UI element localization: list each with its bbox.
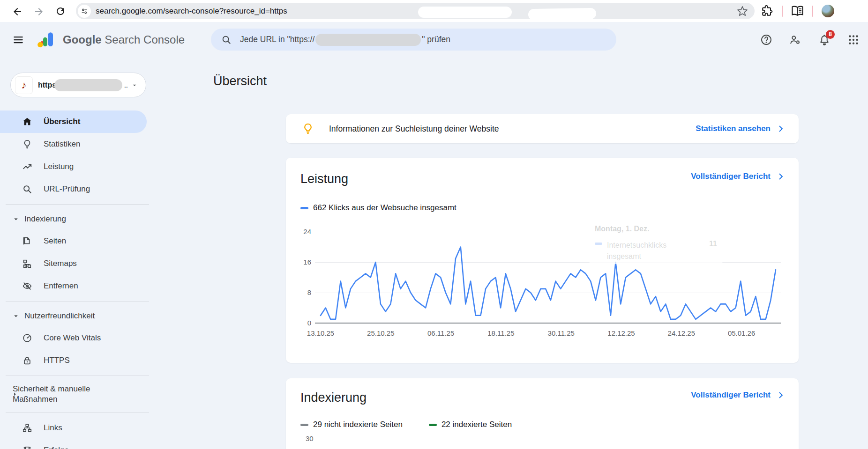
indexing-full-report-link[interactable]: Vollständiger Bericht: [691, 390, 786, 400]
sidebar-item-links[interactable]: Links: [0, 417, 155, 439]
indexing-legend: 29 nicht indexierte Seiten 22 indexierte…: [286, 405, 799, 429]
reload-icon[interactable]: [55, 6, 66, 17]
sidebar-section-nutzerfreundlichkeit[interactable]: Nutzerfreundlichkeit: [0, 305, 155, 327]
sidebar-item-label: Core Web Vitals: [44, 333, 101, 343]
reading-list-icon[interactable]: [791, 5, 804, 17]
chevron-right-icon: [776, 390, 786, 400]
sidebar-item-uebersicht[interactable]: Übersicht: [0, 110, 147, 133]
property-redaction-blob: [54, 79, 122, 91]
legend-dash-green: [429, 424, 437, 426]
sidebar-divider: [6, 375, 149, 376]
app-title: Google Search Console: [63, 33, 185, 46]
url-redaction-blob: [418, 7, 512, 18]
lock-icon: [22, 355, 32, 366]
browser-profile-avatar[interactable]: [822, 5, 834, 17]
link-label: Vollständiger Bericht: [691, 390, 771, 400]
clicks-chart[interactable]: 241680 13.10.2525.10.2506.11.2518.11.253…: [286, 158, 799, 363]
sidebar-item-core-web-vitals[interactable]: Core Web Vitals: [0, 327, 155, 349]
y-tick-label: 16: [291, 258, 311, 266]
performance-card: Leistung Vollständiger Bericht 662 Klick…: [286, 158, 799, 363]
site-info-icon[interactable]: [78, 5, 91, 18]
see-statistics-link[interactable]: Statistiken ansehen: [696, 124, 786, 133]
sidebar-item-entfernen[interactable]: Entfernen: [0, 275, 155, 297]
x-tick-label: 12.12.25: [600, 329, 643, 337]
lightbulb-icon: [22, 139, 32, 149]
clicks-polyline: [321, 247, 776, 319]
app-header: Google Search Console Jede URL in "https…: [0, 22, 868, 57]
link-label: Statistiken ansehen: [696, 124, 771, 133]
forward-icon[interactable]: [33, 6, 45, 17]
chevron-down-icon: [12, 312, 20, 320]
menu-icon[interactable]: [12, 34, 24, 46]
y-tick-label: 0: [291, 319, 311, 327]
sidebar-item-label: HTTPS: [44, 356, 70, 365]
sidebar: ♪ https:// .. Übersicht Statistiken Leis…: [0, 57, 155, 449]
sidebar-item-sicherheit[interactable]: Sicherheit & manuelle Maßnahmen: [0, 380, 155, 409]
search-icon: [22, 184, 32, 194]
sidebar-section-label: Nutzerfreundlichkeit: [24, 311, 95, 321]
manage-users-icon[interactable]: [789, 34, 801, 46]
sidebar-item-label: Übersicht: [44, 117, 80, 126]
page-title: Übersicht: [213, 74, 267, 88]
apps-grid-icon[interactable]: [847, 34, 860, 46]
insights-banner: Informationen zur Suchleistung deiner We…: [286, 114, 799, 143]
pages-icon: [22, 236, 32, 246]
x-tick-label: 18.11.25: [479, 329, 523, 337]
search-console-logo: [37, 30, 56, 50]
sidebar-item-sitemaps[interactable]: Sitemaps: [0, 252, 155, 275]
address-bar[interactable]: search.google.com/search-console?resourc…: [76, 3, 755, 19]
url-inspect-search[interactable]: Jede URL in "https://" prüfen: [211, 29, 616, 51]
x-tick-label: 13.10.25: [299, 329, 342, 337]
links-tree-icon: [22, 423, 32, 433]
home-icon: [22, 117, 32, 127]
eye-off-icon: [22, 281, 32, 291]
lightbulb-tip-icon: [302, 123, 314, 135]
title-divider: [211, 100, 868, 100]
help-icon[interactable]: [760, 34, 772, 46]
legend-not-indexed: 29 nicht indexierte Seiten: [313, 420, 403, 429]
notifications-bell[interactable]: 8: [818, 34, 831, 46]
y-tick-label: 24: [291, 228, 311, 236]
extensions-icon[interactable]: [761, 5, 773, 17]
search-redaction-blob: [315, 34, 421, 46]
sidebar-item-url-pruefung[interactable]: URL-Prüfung: [0, 178, 155, 200]
header-actions: 8: [760, 22, 860, 57]
sidebar-item-leistung[interactable]: Leistung: [0, 155, 155, 178]
banner-text: Informationen zur Suchleistung deiner We…: [329, 124, 499, 134]
sidebar-item-seiten[interactable]: Seiten: [0, 230, 155, 252]
x-tick-label: 06.11.25: [419, 329, 463, 337]
property-selector[interactable]: ♪ https:// ..: [10, 73, 146, 97]
sidebar-item-label: Sicherheit & manuelle Maßnahmen: [13, 384, 106, 405]
search-icon: [221, 35, 232, 45]
bookmark-star-icon[interactable]: [737, 6, 748, 17]
trending-up-icon: [22, 162, 32, 172]
chevron-right-icon: [776, 124, 786, 133]
x-tick-label: 05.01.26: [720, 329, 763, 337]
x-tick-label: 25.10.25: [359, 329, 402, 337]
chevron-right-icon: [12, 391, 18, 397]
notification-badge: 8: [826, 30, 835, 39]
browser-actions: [761, 5, 834, 17]
sidebar-item-erfolge[interactable]: Erfolge: [0, 439, 155, 449]
sidebar-divider: [6, 412, 149, 413]
indexing-card: Indexierung Vollständiger Bericht 29 nic…: [286, 378, 799, 449]
sitemap-icon: [22, 258, 32, 269]
url-text: search.google.com/search-console?resourc…: [96, 7, 287, 16]
indexing-title: Indexierung: [300, 390, 367, 405]
search-placeholder: Jede URL in "https://" prüfen: [240, 34, 450, 46]
sidebar-item-label: Seiten: [44, 236, 66, 246]
legend-indexed: 22 indexierte Seiten: [441, 420, 512, 429]
chevron-down-icon: [131, 81, 138, 89]
sidebar-item-label: Entfernen: [44, 281, 78, 291]
chevron-down-icon: [12, 215, 20, 223]
toolbar-separator: [812, 6, 813, 17]
back-icon[interactable]: [12, 6, 23, 17]
property-url-ellipsis: ..: [124, 81, 128, 89]
property-favicon-music-note: ♪: [15, 77, 32, 94]
sidebar-item-statistiken[interactable]: Statistiken: [0, 133, 155, 155]
sidebar-section-indexierung[interactable]: Indexierung: [0, 208, 155, 230]
x-tick-label: 30.11.25: [539, 329, 583, 337]
sidebar-item-label: Statistiken: [44, 140, 80, 149]
y-tick-label: 8: [291, 288, 311, 296]
sidebar-item-https[interactable]: HTTPS: [0, 349, 155, 372]
